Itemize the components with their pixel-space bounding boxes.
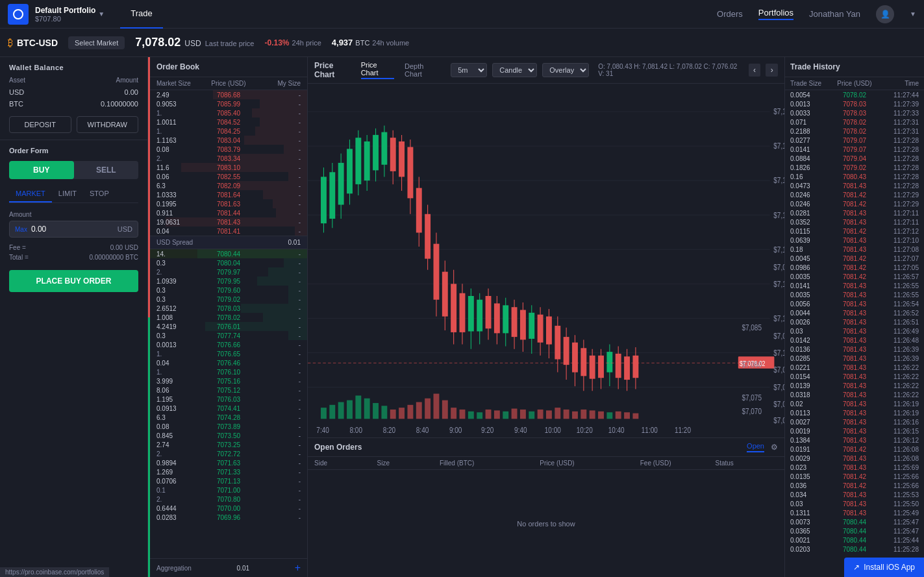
th-trade-time: 11:27:05 bbox=[876, 264, 919, 271]
svg-text:$7,095: $7,095 bbox=[773, 383, 784, 391]
th-size-header: Trade Size bbox=[790, 80, 833, 87]
btc-label: BTC bbox=[9, 100, 23, 108]
th-trade-size: 0.0277 bbox=[790, 137, 833, 144]
chart-type-select[interactable]: CandleLine bbox=[492, 63, 537, 77]
svg-text:$7,080: $7,080 bbox=[773, 399, 784, 408]
th-trade-time: 11:27:07 bbox=[876, 255, 919, 262]
portfolios-link[interactable]: Portfolios bbox=[758, 8, 793, 20]
svg-rect-130 bbox=[616, 411, 621, 419]
svg-rect-28 bbox=[355, 138, 361, 184]
svg-rect-110 bbox=[442, 400, 448, 419]
ob-bid-row: 0.1 7071.00 - bbox=[150, 485, 307, 495]
svg-rect-86 bbox=[606, 352, 612, 373]
th-trade-time: 11:27:28 bbox=[876, 182, 919, 190]
th-trade-time: 11:27:28 bbox=[876, 164, 919, 171]
withdraw-button[interactable]: WITHDRAW bbox=[77, 116, 139, 133]
open-orders-tab[interactable]: Open bbox=[747, 442, 764, 452]
orders-link[interactable]: Orders bbox=[717, 9, 743, 19]
chart-title: Price Chart bbox=[314, 61, 353, 79]
svg-rect-116 bbox=[494, 410, 500, 419]
th-price-header: Price (USD) bbox=[833, 80, 876, 87]
th-trade-price: 7081.43 bbox=[833, 310, 876, 317]
svg-rect-38 bbox=[399, 141, 405, 177]
th-trade-size: 0.0154 bbox=[790, 373, 833, 380]
th-trade-size: 0.0135 bbox=[790, 473, 833, 480]
th-trade-price: 7080.44 bbox=[833, 528, 876, 535]
oo-size-header: Size bbox=[377, 460, 439, 467]
chart-nav-prev[interactable]: ‹ bbox=[749, 64, 761, 77]
logo[interactable] bbox=[8, 4, 29, 25]
ob-bid-row: 4.2419 7076.01 - bbox=[150, 322, 307, 331]
user-dropdown-icon[interactable]: ▼ bbox=[910, 10, 916, 18]
svg-rect-32 bbox=[373, 135, 379, 171]
th-trade-time: 11:26:57 bbox=[876, 273, 919, 280]
trade-history-row: 0.04737081.4311:27:28 bbox=[785, 181, 924, 190]
trade-history-row: 0.027081.4311:26:19 bbox=[785, 399, 924, 408]
svg-rect-121 bbox=[538, 410, 543, 419]
deposit-button[interactable]: DEPOSIT bbox=[9, 116, 71, 133]
th-trade-time: 11:26:52 bbox=[876, 310, 919, 317]
th-trade-time: 11:26:22 bbox=[876, 364, 919, 371]
install-ios-app-banner[interactable]: ↗ Install iOS App bbox=[844, 558, 924, 577]
th-trade-price: 7081.43 bbox=[833, 319, 876, 326]
aggregation-plus-button[interactable]: + bbox=[295, 562, 301, 574]
th-trade-price: 7081.43 bbox=[833, 355, 876, 362]
open-orders-settings-icon[interactable]: ⚙ bbox=[771, 443, 778, 452]
timeframe-select[interactable]: 5m1m15m1h1d bbox=[451, 63, 487, 77]
last-trade-label: Last trade price bbox=[205, 40, 255, 47]
th-trade-size: 0.1311 bbox=[790, 509, 833, 517]
th-trade-time: 11:27:08 bbox=[876, 246, 919, 253]
depth-chart-tab[interactable]: Depth Chart bbox=[405, 62, 440, 78]
buy-tab[interactable]: BUY bbox=[9, 161, 74, 179]
svg-rect-97 bbox=[329, 405, 335, 419]
chart-canvas: $7,135 $7,130 $7,125 $7,120 $7,115 $7,11… bbox=[308, 84, 784, 437]
svg-rect-30 bbox=[364, 141, 370, 180]
th-trade-price: 7081.43 bbox=[833, 382, 876, 389]
main-price: 7,078.02 bbox=[135, 36, 181, 49]
select-market-button[interactable]: Select Market bbox=[68, 36, 125, 49]
portfolio-selector[interactable]: Default Portfolio $707.80 ▼ bbox=[35, 6, 105, 23]
amount-input[interactable] bbox=[31, 225, 118, 234]
price-chart-tab[interactable]: Price Chart bbox=[361, 61, 394, 79]
btc-icon: ₿ bbox=[8, 37, 13, 49]
sell-tab[interactable]: SELL bbox=[74, 161, 139, 179]
svg-rect-122 bbox=[546, 410, 552, 419]
svg-rect-20 bbox=[321, 177, 327, 223]
th-trade-time: 11:26:51 bbox=[876, 319, 919, 326]
open-orders-col-headers: Side Size Filled (BTC) Price (USD) Fee (… bbox=[308, 457, 784, 470]
svg-rect-44 bbox=[425, 214, 431, 259]
max-link[interactable]: Max bbox=[15, 226, 27, 233]
th-trade-price: 7078.02 bbox=[833, 92, 876, 99]
svg-rect-88 bbox=[616, 354, 621, 378]
th-trade-size: 0.0027 bbox=[790, 419, 833, 426]
svg-rect-127 bbox=[590, 410, 595, 419]
market-tab[interactable]: MARKET bbox=[9, 186, 52, 203]
svg-text:8:00: 8:00 bbox=[350, 426, 362, 434]
ask-rows: 2.49 7086.68 - 0.9053 7085.99 - 1. 7085.… bbox=[150, 90, 307, 236]
th-trade-price: 7081.43 bbox=[833, 210, 876, 217]
th-trade-time: 11:25:50 bbox=[876, 500, 919, 508]
total-label: Total = bbox=[9, 254, 29, 261]
svg-rect-115 bbox=[486, 410, 492, 419]
trade-tab[interactable]: Trade bbox=[120, 0, 162, 29]
trade-history-row: 0.00267081.4311:26:51 bbox=[785, 317, 924, 326]
limit-tab[interactable]: LIMIT bbox=[52, 186, 83, 203]
trade-history-row: 0.01917081.4211:26:08 bbox=[785, 445, 924, 454]
th-trade-price: 7079.04 bbox=[833, 155, 876, 162]
order-type-tabs: MARKET LIMIT STOP bbox=[9, 186, 138, 203]
th-trade-price: 7080.43 bbox=[833, 173, 876, 180]
avatar[interactable]: 👤 bbox=[876, 5, 894, 23]
place-order-button[interactable]: PLACE BUY ORDER bbox=[9, 270, 138, 292]
th-trade-price: 7081.43 bbox=[833, 282, 876, 289]
th-trade-price: 7081.43 bbox=[833, 182, 876, 190]
overlay-select[interactable]: Overlay bbox=[542, 63, 589, 77]
th-trade-size: 0.0029 bbox=[790, 455, 833, 462]
trade-history-row: 0.00337078.0311:27:33 bbox=[785, 108, 924, 117]
fee-val: 0.00 USD bbox=[110, 244, 138, 251]
svg-rect-114 bbox=[477, 412, 482, 419]
trade-history-panel: Trade History Trade Size Price (USD) Tim… bbox=[784, 57, 924, 577]
chart-nav-next[interactable]: › bbox=[766, 64, 778, 77]
svg-rect-22 bbox=[329, 172, 335, 219]
stop-tab[interactable]: STOP bbox=[83, 186, 116, 203]
price-change: -0.13% 24h price bbox=[265, 38, 321, 47]
